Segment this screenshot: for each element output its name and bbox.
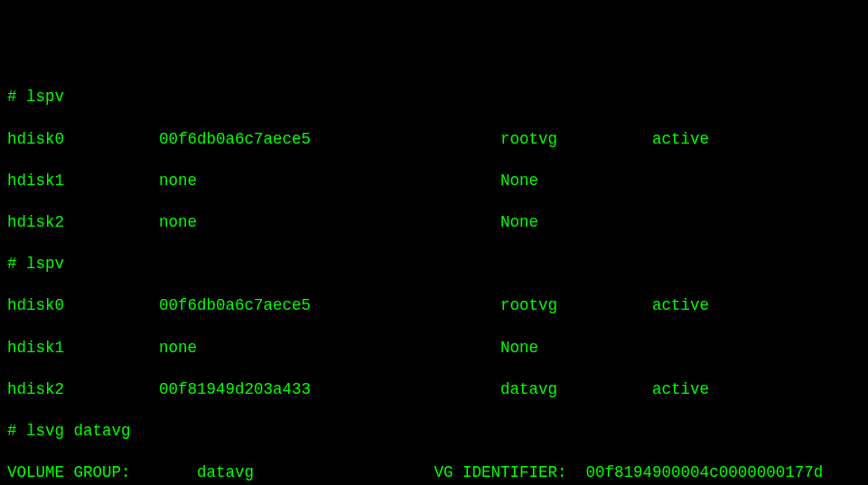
terminal-line-output: VOLUME GROUP: datavg VG IDENTIFIER: 00f8…	[7, 462, 861, 483]
terminal-line-prompt: # lspv	[7, 254, 861, 275]
terminal-line-output: hdisk1 none None	[7, 338, 861, 359]
terminal-line-output: hdisk0 00f6db0a6c7aece5 rootvg active	[7, 129, 861, 150]
terminal-line-output: hdisk1 none None	[7, 171, 861, 191]
terminal-line-output: hdisk2 00f81949d203a433 datavg active	[7, 379, 861, 400]
terminal-line-prompt: # lspv	[7, 87, 861, 107]
terminal-line-output: hdisk2 none None	[7, 212, 861, 233]
terminal-line-prompt: # lsvg datavg	[7, 421, 861, 442]
terminal-line-output: hdisk0 00f6db0a6c7aece5 rootvg active	[7, 295, 861, 316]
